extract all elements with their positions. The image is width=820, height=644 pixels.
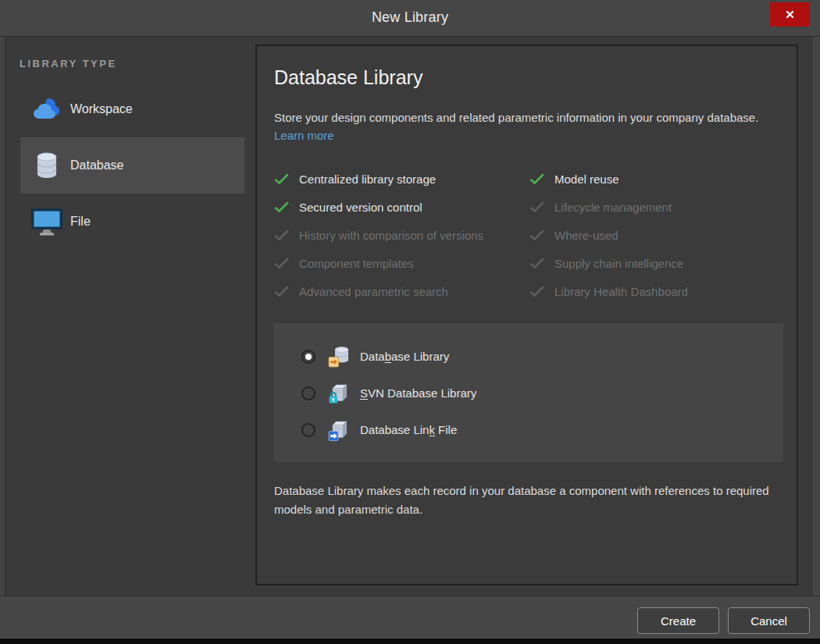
sidebar-item-label: File [70, 215, 91, 229]
database-arrow-icon [328, 346, 350, 368]
title-bar: New Library ✕ [0, 0, 820, 37]
database-library-panel: Database Library Store your design compo… [255, 44, 798, 585]
window-frame-left [0, 37, 6, 639]
monitor-icon [30, 205, 63, 238]
cloud-icon [30, 93, 63, 126]
sidebar-heading: LIBRARY TYPE [20, 58, 117, 69]
feature-label: Secured version control [299, 201, 422, 214]
page-title: Database Library [274, 66, 422, 89]
feature-item: Where-used [529, 221, 781, 249]
create-button[interactable]: Create [637, 607, 719, 634]
feature-label: Model reuse [554, 173, 619, 186]
feature-item: History with comparison of versions [274, 221, 529, 249]
feature-label: Lifecycle management [554, 201, 672, 214]
option-database-library[interactable]: Database Library [273, 338, 783, 375]
sidebar-item-file[interactable]: File [20, 194, 244, 250]
option-database-link-file[interactable]: Database Link File [273, 411, 783, 448]
feature-item: Library Health Dashboard [529, 277, 781, 305]
radio-button[interactable] [301, 350, 316, 364]
feature-label: Centralized library storage [299, 173, 436, 186]
feature-label: Supply chain intelligence [554, 257, 683, 270]
new-library-dialog: New Library ✕ LIBRARY TYPE Workspace [0, 0, 820, 644]
sidebar-item-label: Database [70, 158, 124, 173]
option-label: SVN Database Library [360, 386, 476, 400]
feature-item: Component templates [274, 249, 529, 277]
option-footnote: Database Library makes each record in yo… [274, 482, 782, 519]
feature-label: Library Health Dashboard [554, 285, 688, 298]
feature-item: Centralized library storage [274, 165, 529, 193]
library-type-sidebar: LIBRARY TYPE Workspace [8, 37, 255, 596]
feature-item: Lifecycle management [529, 193, 781, 221]
sidebar-item-database[interactable]: Database [20, 137, 244, 194]
option-label: Database Library [360, 350, 449, 363]
option-svn-database-library[interactable]: SVN Database Library [273, 375, 783, 411]
dialog-footer: Create Cancel [0, 596, 820, 639]
description-text: Store your design components and related… [274, 109, 782, 144]
sidebar-items: Workspace Database [20, 81, 244, 250]
database-icon [30, 149, 63, 182]
sidebar-item-workspace[interactable]: Workspace [20, 81, 244, 137]
library-option-group: Database Library SVN Dat [273, 323, 783, 462]
feature-item: Secured version control [274, 193, 529, 221]
feature-label: Advanced parametric search [299, 285, 448, 298]
close-button[interactable]: ✕ [770, 2, 810, 27]
server-lock-icon [328, 382, 350, 404]
feature-label: Component templates [299, 257, 414, 270]
feature-label: Where-used [554, 229, 619, 242]
dialog-title: New Library [0, 9, 820, 26]
cancel-button[interactable]: Cancel [728, 607, 810, 634]
feature-label: History with comparison of versions [299, 229, 483, 242]
window-frame-right [811, 37, 820, 639]
radio-button[interactable] [301, 423, 316, 437]
feature-item: Supply chain intelligence [529, 249, 781, 277]
sidebar-item-label: Workspace [70, 102, 133, 116]
feature-item: Model reuse [529, 165, 781, 193]
feature-list: Centralized library storage Model reuse … [274, 165, 781, 305]
option-label: Database Link File [360, 423, 457, 436]
learn-more-link[interactable]: Learn more [274, 129, 334, 142]
radio-button[interactable] [301, 386, 316, 400]
description-body: Store your design components and related… [274, 111, 758, 124]
feature-item: Advanced parametric search [274, 277, 529, 305]
server-arrow-icon [328, 419, 350, 441]
window-bottom-edge [0, 639, 820, 644]
